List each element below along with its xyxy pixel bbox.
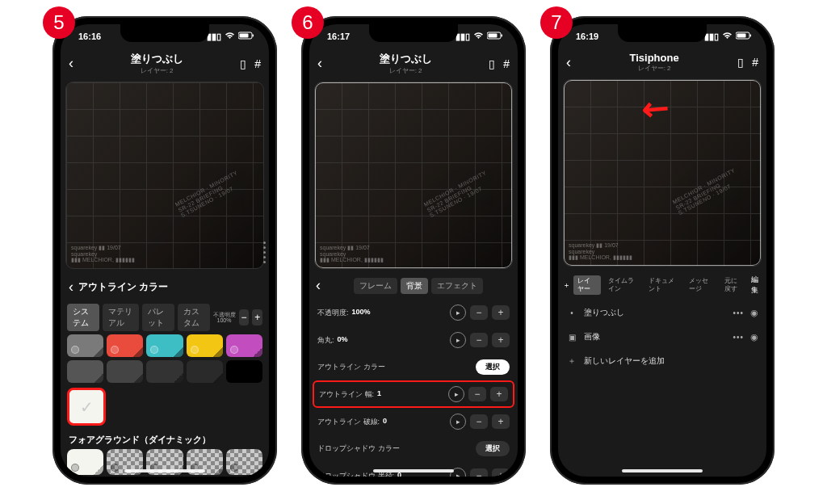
canvas-preview[interactable]: MELCHIOR · MINORITYSR-22 BRIEFINGS.TSUNE… bbox=[314, 82, 513, 269]
svg-rect-1 bbox=[240, 34, 249, 38]
device-icon[interactable]: ▯ bbox=[489, 57, 495, 70]
visibility-icon[interactable]: ◉ bbox=[750, 308, 758, 318]
tab-message[interactable]: メッセージ bbox=[685, 275, 717, 295]
dyn-swatch-5[interactable] bbox=[226, 449, 262, 475]
battery-icon bbox=[487, 32, 503, 41]
play-icon[interactable]: ▸ bbox=[448, 386, 464, 402]
home-indicator[interactable] bbox=[373, 469, 454, 472]
select-button[interactable]: 選択 bbox=[476, 359, 510, 375]
tab-frame[interactable]: フレーム bbox=[354, 278, 397, 294]
visibility-icon[interactable]: ◉ bbox=[750, 332, 758, 342]
row-radius: 角丸: 0% ▸−+ bbox=[309, 326, 518, 354]
opacity-plus[interactable]: + bbox=[252, 309, 262, 326]
more-icon[interactable]: ••• bbox=[733, 309, 744, 317]
step-badge-5: 5 bbox=[43, 6, 75, 39]
row-outline-width: アウトライン 幅: 1 ▸−+ bbox=[313, 380, 514, 408]
back-icon[interactable]: ‹ bbox=[69, 55, 73, 72]
plus-button[interactable]: + bbox=[492, 305, 510, 320]
tab-system[interactable]: システム bbox=[67, 304, 99, 331]
swatch-teal[interactable] bbox=[146, 334, 183, 357]
clock: 16:17 bbox=[327, 32, 350, 41]
minus-button[interactable]: − bbox=[470, 468, 488, 477]
svg-rect-8 bbox=[750, 35, 752, 37]
row-outline-color: アウトライン カラー 選択 bbox=[309, 354, 518, 380]
plus-button[interactable]: + bbox=[492, 468, 510, 477]
back-icon[interactable]: ‹ bbox=[317, 55, 322, 72]
bullet-icon: • bbox=[566, 309, 577, 317]
page-title: 塗りつぶし bbox=[131, 52, 183, 66]
swatch-yellow[interactable] bbox=[187, 334, 223, 357]
tab-document[interactable]: ドキュメント bbox=[644, 275, 682, 295]
swatch-gray-3[interactable] bbox=[146, 360, 183, 383]
panel-back-icon[interactable]: ‹ bbox=[69, 279, 73, 296]
tab-layer[interactable]: レイヤー bbox=[573, 275, 601, 295]
opacity-minus[interactable]: − bbox=[239, 309, 250, 326]
plus-button[interactable]: + bbox=[492, 414, 510, 429]
tab-undo[interactable]: 元に戻す bbox=[720, 275, 748, 295]
color-row-accent bbox=[61, 333, 269, 359]
edit-button[interactable]: 編集 bbox=[751, 275, 762, 296]
svg-rect-2 bbox=[253, 35, 254, 37]
app-header: ‹ Tisiphone レイヤー: 2 ▯ # bbox=[558, 48, 766, 76]
layer-item-fill[interactable]: • 塗りつぶし ••• ◉ bbox=[558, 300, 766, 325]
swatch-gray-4[interactable] bbox=[187, 360, 223, 383]
clock: 16:19 bbox=[576, 32, 598, 41]
tab-timeline[interactable]: タイムライン bbox=[604, 275, 641, 295]
minus-button[interactable]: − bbox=[468, 387, 486, 401]
plus-button[interactable]: + bbox=[490, 387, 508, 401]
dyn-swatch-1[interactable] bbox=[67, 449, 103, 475]
home-indicator[interactable] bbox=[622, 469, 703, 472]
minus-button[interactable]: − bbox=[470, 333, 488, 347]
phone-frame: 16:17 ▮▮▯ ‹ 塗りつぶし レイヤー: 2 ▯ # bbox=[301, 16, 526, 485]
page-title: 塗りつぶし bbox=[380, 52, 432, 66]
device-icon[interactable]: ▯ bbox=[737, 56, 744, 69]
bottom-tabs: ＋ レイヤー タイムライン ドキュメント メッセージ 元に戻す 編集 bbox=[558, 270, 766, 300]
phone-frame: 16:16 ▮▮▯ ‹ 塗りつぶし レイヤー: 2 bbox=[52, 16, 277, 485]
image-icon: ▣ bbox=[566, 333, 577, 342]
page-subtitle: レイヤー: 2 bbox=[380, 66, 432, 75]
app-header: ‹ 塗りつぶし レイヤー: 2 ▯ # bbox=[309, 48, 518, 78]
minus-button[interactable]: − bbox=[470, 305, 488, 320]
home-indicator[interactable] bbox=[124, 469, 205, 472]
play-icon[interactable]: ▸ bbox=[450, 332, 466, 348]
plus-button[interactable]: + bbox=[492, 333, 510, 347]
selected-swatch-white[interactable]: ✓ bbox=[67, 388, 106, 426]
canvas-preview[interactable]: ↙ MELCHIOR · MINORITYSR-22 BRIEFINGS.TSU… bbox=[563, 79, 762, 267]
device-icon[interactable]: ▯ bbox=[240, 57, 246, 70]
back-icon[interactable]: ‹ bbox=[566, 54, 571, 71]
step-badge-6: 6 bbox=[292, 6, 324, 39]
play-icon[interactable]: ▸ bbox=[450, 414, 466, 430]
more-icon[interactable]: ••• bbox=[733, 333, 744, 342]
minus-button[interactable]: − bbox=[470, 414, 488, 429]
swatch-red[interactable] bbox=[107, 334, 143, 357]
layer-item-image[interactable]: ▣ 画像 ••• ◉ bbox=[558, 325, 766, 349]
grid-icon[interactable]: # bbox=[503, 57, 510, 70]
panel-back-icon[interactable]: ‹ bbox=[316, 277, 321, 294]
tab-background[interactable]: 背景 bbox=[401, 278, 428, 294]
row-opacity: 不透明度: 100% ▸−+ bbox=[309, 299, 518, 326]
opacity-label: 不透明度 100% bbox=[213, 312, 236, 323]
tab-custom[interactable]: カスタム bbox=[178, 304, 210, 331]
grid-icon[interactable]: # bbox=[752, 56, 758, 69]
tab-palette[interactable]: パレット bbox=[142, 304, 174, 331]
grid-icon[interactable]: # bbox=[254, 57, 261, 70]
add-layer-row[interactable]: ＋ 新しいレイヤーを追加 bbox=[558, 349, 766, 373]
battery-icon bbox=[238, 32, 254, 41]
swatch-black[interactable] bbox=[226, 360, 262, 383]
panel-title: アウトライン カラー bbox=[78, 280, 168, 294]
select-button[interactable]: 選択 bbox=[476, 441, 510, 456]
wifi-icon bbox=[225, 32, 235, 41]
play-icon[interactable]: ▸ bbox=[450, 304, 466, 321]
swatch-gray-2[interactable] bbox=[107, 360, 143, 383]
page-subtitle: レイヤー: 2 bbox=[131, 66, 183, 75]
tab-effect[interactable]: エフェクト bbox=[431, 278, 483, 294]
color-row-grays bbox=[61, 359, 269, 384]
swatch-magenta[interactable] bbox=[226, 334, 262, 357]
tab-material[interactable]: マテリアル bbox=[103, 304, 140, 331]
section-foreground-dynamic: フォアグラウンド（ダイナミック） bbox=[61, 429, 269, 447]
canvas-preview[interactable]: MELCHIOR · MINORITYSR-22 BRIEFINGS.TSUNE… bbox=[65, 82, 264, 269]
swatch-gray[interactable] bbox=[67, 334, 103, 357]
swatch-gray-1[interactable] bbox=[67, 360, 103, 383]
clock: 16:16 bbox=[78, 32, 101, 41]
step-badge-7: 7 bbox=[540, 6, 573, 39]
